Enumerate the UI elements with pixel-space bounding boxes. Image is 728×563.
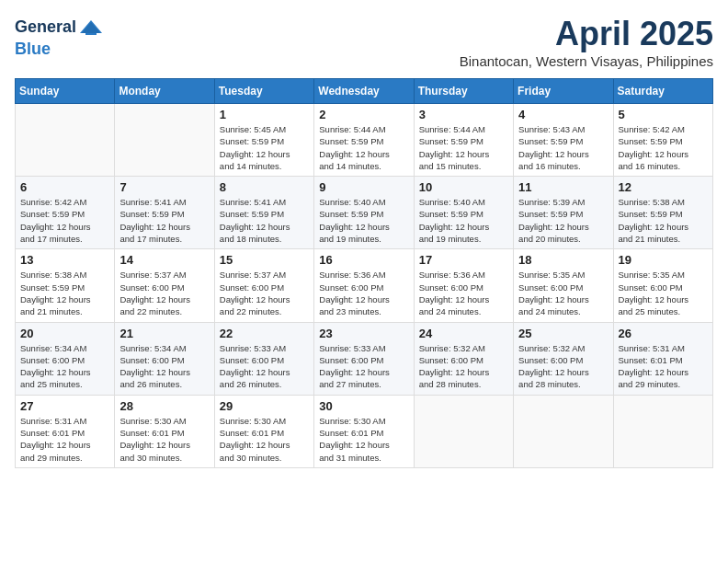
day-info: Sunrise: 5:45 AM Sunset: 5:59 PM Dayligh… — [220, 123, 309, 172]
day-number: 22 — [220, 327, 309, 340]
day-info: Sunrise: 5:35 AM Sunset: 6:00 PM Dayligh… — [518, 269, 608, 317]
calendar-cell: 17Sunrise: 5:36 AM Sunset: 6:00 PM Dayli… — [414, 249, 513, 322]
calendar-cell: 7Sunrise: 5:41 AM Sunset: 5:59 PM Daylig… — [115, 177, 214, 249]
calendar-cell — [514, 395, 613, 467]
calendar-cell — [16, 104, 115, 177]
day-info: Sunrise: 5:32 AM Sunset: 6:00 PM Dayligh… — [518, 342, 608, 391]
page-header: General Blue April 2025 Binantocan, West… — [15, 15, 713, 69]
calendar-cell — [613, 395, 712, 467]
day-number: 29 — [220, 399, 309, 413]
day-number: 23 — [319, 327, 408, 340]
day-number: 24 — [419, 327, 508, 340]
day-info: Sunrise: 5:38 AM Sunset: 5:59 PM Dayligh… — [20, 269, 109, 317]
svg-marker-1 — [82, 22, 100, 33]
calendar-week-row: 27Sunrise: 5:31 AM Sunset: 6:01 PM Dayli… — [16, 395, 713, 467]
calendar-week-row: 6Sunrise: 5:42 AM Sunset: 5:59 PM Daylig… — [16, 177, 713, 249]
calendar-cell: 1Sunrise: 5:45 AM Sunset: 5:59 PM Daylig… — [214, 104, 313, 177]
day-info: Sunrise: 5:37 AM Sunset: 6:00 PM Dayligh… — [220, 269, 309, 317]
calendar-week-row: 1Sunrise: 5:45 AM Sunset: 5:59 PM Daylig… — [16, 104, 713, 177]
day-number: 28 — [119, 399, 209, 413]
calendar-cell: 11Sunrise: 5:39 AM Sunset: 5:59 PM Dayli… — [514, 177, 613, 249]
day-info: Sunrise: 5:44 AM Sunset: 5:59 PM Dayligh… — [419, 123, 508, 172]
calendar-cell: 24Sunrise: 5:32 AM Sunset: 6:00 PM Dayli… — [414, 322, 513, 395]
calendar-week-row: 20Sunrise: 5:34 AM Sunset: 6:00 PM Dayli… — [16, 322, 713, 395]
calendar-cell: 9Sunrise: 5:40 AM Sunset: 5:59 PM Daylig… — [314, 177, 414, 249]
day-number: 18 — [518, 253, 608, 267]
calendar-cell: 21Sunrise: 5:34 AM Sunset: 6:00 PM Dayli… — [115, 322, 214, 395]
day-number: 30 — [319, 399, 408, 413]
day-number: 3 — [419, 108, 508, 121]
calendar-cell: 29Sunrise: 5:30 AM Sunset: 6:01 PM Dayli… — [214, 395, 313, 467]
day-info: Sunrise: 5:34 AM Sunset: 6:00 PM Dayligh… — [119, 342, 209, 391]
day-info: Sunrise: 5:41 AM Sunset: 5:59 PM Dayligh… — [119, 196, 209, 245]
day-number: 21 — [119, 327, 209, 340]
day-info: Sunrise: 5:35 AM Sunset: 6:00 PM Dayligh… — [619, 269, 708, 317]
day-info: Sunrise: 5:40 AM Sunset: 5:59 PM Dayligh… — [319, 196, 408, 245]
logo-text: General Blue — [15, 15, 104, 59]
calendar-header: SundayMondayTuesdayWednesdayThursdayFrid… — [16, 79, 713, 104]
day-info: Sunrise: 5:32 AM Sunset: 6:00 PM Dayligh… — [419, 342, 508, 391]
calendar-day-header: Sunday — [16, 79, 115, 104]
day-number: 7 — [119, 180, 209, 194]
day-info: Sunrise: 5:30 AM Sunset: 6:01 PM Dayligh… — [220, 415, 309, 464]
day-number: 4 — [518, 108, 608, 121]
calendar-day-header: Monday — [115, 79, 214, 104]
calendar-cell: 19Sunrise: 5:35 AM Sunset: 6:00 PM Dayli… — [613, 249, 712, 322]
calendar-cell: 30Sunrise: 5:30 AM Sunset: 6:01 PM Dayli… — [314, 395, 414, 467]
calendar-table: SundayMondayTuesdayWednesdayThursdayFrid… — [15, 78, 713, 468]
calendar-cell: 26Sunrise: 5:31 AM Sunset: 6:01 PM Dayli… — [613, 322, 712, 395]
logo-icon — [78, 15, 104, 40]
calendar-cell: 27Sunrise: 5:31 AM Sunset: 6:01 PM Dayli… — [16, 395, 115, 467]
calendar-cell: 5Sunrise: 5:42 AM Sunset: 5:59 PM Daylig… — [613, 104, 712, 177]
calendar-cell: 16Sunrise: 5:36 AM Sunset: 6:00 PM Dayli… — [314, 249, 414, 322]
day-info: Sunrise: 5:33 AM Sunset: 6:00 PM Dayligh… — [319, 342, 408, 391]
day-number: 26 — [619, 327, 708, 340]
day-number: 9 — [319, 180, 408, 194]
calendar-cell: 22Sunrise: 5:33 AM Sunset: 6:00 PM Dayli… — [214, 322, 313, 395]
day-number: 20 — [20, 327, 109, 340]
calendar-cell: 6Sunrise: 5:42 AM Sunset: 5:59 PM Daylig… — [16, 177, 115, 249]
day-info: Sunrise: 5:44 AM Sunset: 5:59 PM Dayligh… — [319, 123, 408, 172]
day-info: Sunrise: 5:31 AM Sunset: 6:01 PM Dayligh… — [619, 342, 708, 391]
calendar-cell: 13Sunrise: 5:38 AM Sunset: 5:59 PM Dayli… — [16, 249, 115, 322]
calendar-day-header: Friday — [514, 79, 613, 104]
calendar-cell — [414, 395, 513, 467]
day-number: 14 — [119, 253, 209, 267]
day-number: 27 — [20, 399, 109, 413]
calendar-cell: 10Sunrise: 5:40 AM Sunset: 5:59 PM Dayli… — [414, 177, 513, 249]
calendar-day-header: Wednesday — [314, 79, 414, 104]
calendar-cell: 28Sunrise: 5:30 AM Sunset: 6:01 PM Dayli… — [115, 395, 214, 467]
day-number: 13 — [20, 253, 109, 267]
day-info: Sunrise: 5:42 AM Sunset: 5:59 PM Dayligh… — [619, 123, 708, 172]
day-number: 10 — [419, 180, 508, 194]
calendar-day-header: Thursday — [414, 79, 513, 104]
day-info: Sunrise: 5:36 AM Sunset: 6:00 PM Dayligh… — [319, 269, 408, 317]
calendar-cell — [115, 104, 214, 177]
day-number: 17 — [419, 253, 508, 267]
day-info: Sunrise: 5:42 AM Sunset: 5:59 PM Dayligh… — [20, 196, 109, 245]
day-info: Sunrise: 5:30 AM Sunset: 6:01 PM Dayligh… — [119, 415, 209, 464]
day-info: Sunrise: 5:37 AM Sunset: 6:00 PM Dayligh… — [119, 269, 209, 317]
calendar-cell: 25Sunrise: 5:32 AM Sunset: 6:00 PM Dayli… — [514, 322, 613, 395]
calendar-cell: 23Sunrise: 5:33 AM Sunset: 6:00 PM Dayli… — [314, 322, 414, 395]
calendar-cell: 8Sunrise: 5:41 AM Sunset: 5:59 PM Daylig… — [214, 177, 313, 249]
day-number: 15 — [220, 253, 309, 267]
calendar-day-header: Tuesday — [214, 79, 313, 104]
day-number: 8 — [220, 180, 309, 194]
day-info: Sunrise: 5:41 AM Sunset: 5:59 PM Dayligh… — [220, 196, 309, 245]
day-number: 1 — [220, 108, 309, 121]
calendar-cell: 15Sunrise: 5:37 AM Sunset: 6:00 PM Dayli… — [214, 249, 313, 322]
day-number: 16 — [319, 253, 408, 267]
calendar-cell: 18Sunrise: 5:35 AM Sunset: 6:00 PM Dayli… — [514, 249, 613, 322]
day-info: Sunrise: 5:34 AM Sunset: 6:00 PM Dayligh… — [20, 342, 109, 391]
calendar-cell: 20Sunrise: 5:34 AM Sunset: 6:00 PM Dayli… — [16, 322, 115, 395]
logo: General Blue — [15, 15, 104, 59]
day-info: Sunrise: 5:30 AM Sunset: 6:01 PM Dayligh… — [319, 415, 408, 464]
day-info: Sunrise: 5:36 AM Sunset: 6:00 PM Dayligh… — [419, 269, 508, 317]
day-number: 5 — [619, 108, 708, 121]
calendar-body: 1Sunrise: 5:45 AM Sunset: 5:59 PM Daylig… — [16, 104, 713, 468]
month-title: April 2025 — [460, 15, 713, 53]
calendar-cell: 2Sunrise: 5:44 AM Sunset: 5:59 PM Daylig… — [314, 104, 414, 177]
day-info: Sunrise: 5:43 AM Sunset: 5:59 PM Dayligh… — [518, 123, 608, 172]
calendar-cell: 4Sunrise: 5:43 AM Sunset: 5:59 PM Daylig… — [514, 104, 613, 177]
